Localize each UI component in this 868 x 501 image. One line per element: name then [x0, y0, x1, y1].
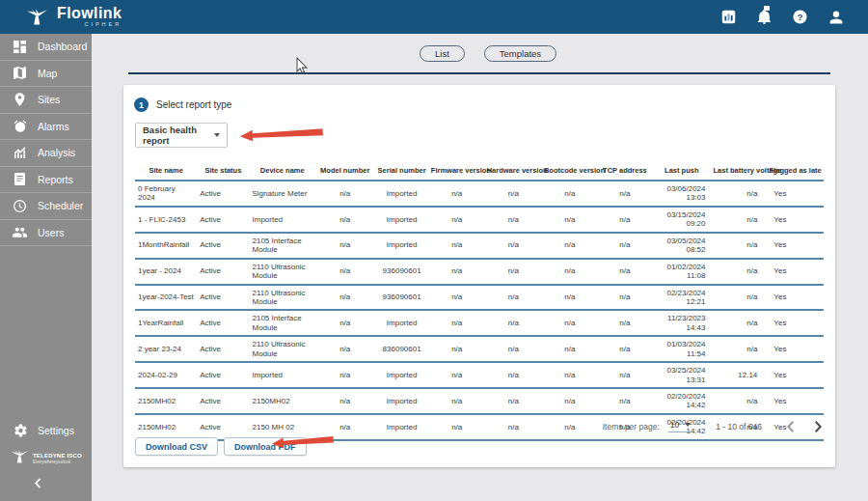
- report-type-select[interactable]: Basic health report: [135, 123, 228, 148]
- download-pdf-button[interactable]: Download PDF: [224, 437, 307, 456]
- sidebar-item-settings[interactable]: Settings: [0, 419, 92, 442]
- table-cell: Imported: [250, 362, 316, 388]
- table-cell: n/a: [429, 259, 485, 285]
- sidebar-item-map[interactable]: Map: [0, 61, 92, 88]
- table-cell: 11/23/2023 14:43: [652, 310, 711, 336]
- table-cell: n/a: [598, 336, 652, 362]
- report-table: Site nameSite statusDevice nameModel num…: [135, 160, 824, 441]
- alarm-icon: [13, 120, 27, 133]
- sidebar-item-label: Reports: [38, 174, 73, 185]
- sidebar-item-dashboard[interactable]: Dashboard: [0, 34, 92, 61]
- table-cell: 1year-2024-Test: [135, 285, 197, 311]
- table-cell: n/a: [485, 414, 542, 440]
- table-cell: n/a: [315, 388, 374, 414]
- view-toggle: List Templates: [420, 45, 556, 62]
- table-cell: Yes: [767, 285, 824, 311]
- table-cell: 03/15/2024 09:20: [652, 207, 711, 233]
- table-cell: n/a: [598, 207, 652, 233]
- table-cell: n/a: [485, 285, 542, 311]
- account-icon[interactable]: [829, 11, 843, 24]
- dashboard-icon: [13, 41, 27, 53]
- chevron-left-icon: [35, 477, 41, 491]
- sidebar: DashboardMapSitesAlarmsAnalysisReportsSc…: [0, 34, 92, 501]
- table-cell: 0 February 2024: [135, 181, 197, 207]
- sidebar-item-label: Map: [38, 68, 57, 79]
- table-cell: n/a: [598, 259, 652, 285]
- sidebar-item-users[interactable]: Users: [0, 220, 92, 247]
- table-cell: n/a: [712, 233, 768, 259]
- column-header: Device name: [250, 160, 316, 181]
- table-cell: 2 year 23-24: [135, 336, 197, 362]
- analysis-icon: [13, 147, 27, 159]
- footer-brand-text: TELEDYNE ISCO: [33, 453, 82, 459]
- previous-page-button[interactable]: [787, 421, 795, 432]
- main-content: List Templates 1 Select report type Basi…: [92, 34, 868, 501]
- table-cell: n/a: [315, 207, 374, 233]
- table-cell: 2150 MH 02: [250, 414, 316, 440]
- table-cell: n/a: [712, 285, 768, 311]
- table-cell: n/a: [485, 181, 542, 207]
- header-actions: ?: [721, 10, 843, 24]
- table-cell: Yes: [767, 233, 824, 259]
- table-cell: n/a: [542, 285, 598, 311]
- table-cell: n/a: [429, 414, 485, 440]
- sidebar-item-label: Analysis: [38, 147, 75, 158]
- column-header: TCP address: [598, 160, 652, 181]
- step-header: 1 Select report type: [134, 97, 231, 112]
- table-cell: n/a: [429, 362, 485, 388]
- table-cell: Active: [197, 388, 249, 414]
- sidebar-item-alarms[interactable]: Alarms: [0, 114, 92, 141]
- table-cell: n/a: [315, 336, 374, 362]
- table-cell: n/a: [542, 181, 598, 207]
- table-cell: 12.14: [712, 362, 768, 388]
- items-per-page-select[interactable]: 10: [668, 420, 692, 432]
- sidebar-item-analysis[interactable]: Analysis: [0, 140, 92, 167]
- step-number-badge: 1: [134, 97, 149, 112]
- table-cell: n/a: [712, 336, 768, 362]
- sidebar-item-scheduler[interactable]: Scheduler: [0, 193, 92, 220]
- teledyne-tree-icon: [10, 450, 29, 467]
- table-cell: Imported: [374, 310, 428, 336]
- templates-view-button[interactable]: Templates: [484, 45, 556, 62]
- table-cell: Active: [197, 207, 249, 233]
- next-page-button[interactable]: [814, 421, 822, 432]
- mouse-cursor: [296, 57, 309, 79]
- table-cell: n/a: [542, 207, 598, 233]
- sidebar-item-reports[interactable]: Reports: [0, 167, 92, 194]
- table-cell: 2150MH02: [135, 414, 197, 440]
- table-cell: 01/02/2024 11:08: [652, 259, 711, 285]
- sidebar-item-sites[interactable]: Sites: [0, 87, 92, 114]
- brand-logo[interactable]: Flowlink CIPHER: [25, 6, 122, 28]
- table-cell: Active: [197, 336, 249, 362]
- table-cell: 2110 Ultrasonic Module: [250, 336, 316, 362]
- table-cell: 02/23/2024 12:21: [652, 285, 711, 311]
- table-cell: 01/03/2024 11:54: [652, 336, 711, 362]
- table-cell: n/a: [315, 181, 374, 207]
- table-cell: n/a: [429, 181, 485, 207]
- list-view-button[interactable]: List: [420, 45, 465, 62]
- table-cell: n/a: [712, 207, 768, 233]
- notification-badge: [764, 6, 770, 11]
- notifications-bell-icon[interactable]: [758, 10, 771, 24]
- reports-panel-icon[interactable]: [721, 10, 736, 24]
- sidebar-nav: DashboardMapSitesAlarmsAnalysisReportsSc…: [0, 34, 92, 246]
- help-icon[interactable]: ?: [793, 10, 807, 24]
- table-cell: n/a: [598, 388, 652, 414]
- download-csv-button[interactable]: Download CSV: [135, 437, 218, 456]
- table-cell: Yes: [767, 207, 824, 233]
- table-cell: n/a: [485, 207, 542, 233]
- table-cell: n/a: [712, 388, 768, 414]
- brand-subtitle: CIPHER: [84, 22, 122, 28]
- column-header: Hardware version: [485, 160, 542, 181]
- table-cell: n/a: [429, 310, 485, 336]
- table-cell: Imported: [374, 207, 428, 233]
- table-cell: 1year - 2024: [135, 259, 197, 285]
- table-cell: n/a: [315, 285, 374, 311]
- table-cell: 03/06/2024 13:03: [652, 181, 711, 207]
- brand-name: Flowlink: [57, 6, 122, 21]
- reports-icon: [13, 173, 27, 185]
- table-cell: n/a: [598, 362, 652, 388]
- sidebar-item-label: Sites: [38, 94, 60, 105]
- footer-tagline: Everywhereyoulook: [33, 459, 82, 464]
- sidebar-collapse-button[interactable]: [0, 477, 41, 491]
